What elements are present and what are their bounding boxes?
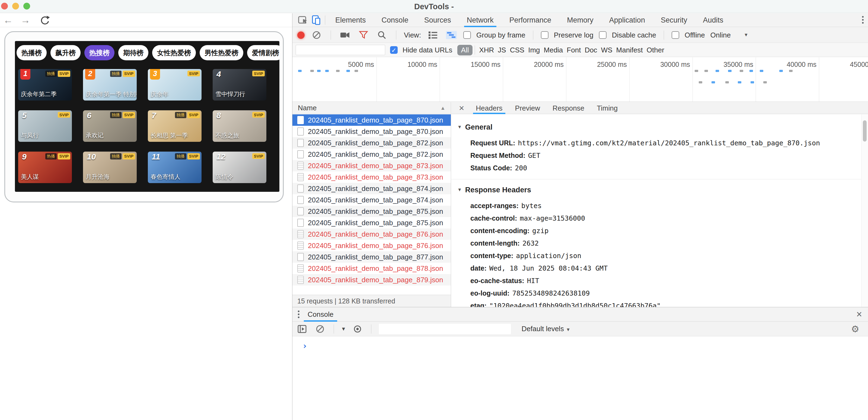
table-row[interactable]: 202405_ranklist_demo_tab_page_876.json [292,228,451,240]
show-console-sidebar-icon[interactable] [296,323,309,335]
table-row[interactable]: 202405_ranklist_demo_tab_page_875.json [292,217,451,228]
filter-type-manifest[interactable]: Manifest [616,46,643,54]
tab-network[interactable]: Network [467,13,494,27]
requests-column-header[interactable]: Name ▲ [292,102,451,114]
forward-icon[interactable]: → [21,15,30,25]
toggle-device-toolbar-icon[interactable] [310,14,323,26]
group-by-frame-checkbox[interactable] [463,31,471,39]
drawer-menu-icon[interactable] [298,310,300,318]
tab-security[interactable]: Security [661,13,687,27]
tab-console[interactable]: Console [382,13,408,27]
details-tab-headers[interactable]: Headers [476,102,502,114]
screenshot-capture-icon[interactable] [339,29,351,41]
disable-cache-checkbox[interactable] [599,31,607,39]
details-tab-timing[interactable]: Timing [597,102,618,114]
table-row[interactable]: 202405_ranklist_demo_tab_page_873.json [292,160,451,171]
app-tab-飙升榜[interactable]: 飙升榜 [51,45,81,60]
table-row[interactable]: 202405_ranklist_demo_tab_page_876.json [292,240,451,251]
clear-console-icon[interactable] [314,323,327,335]
video-thumbnail[interactable]: 7独播SVIP长相思 第一季 [148,110,202,142]
general-section-title[interactable]: ▼General [457,123,861,132]
details-tab-preview[interactable]: Preview [515,102,540,114]
app-tab-爱情剧榜[interactable]: 爱情剧榜 [247,45,279,60]
table-row[interactable]: 202405_ranklist_demo_tab_page_872.json [292,149,451,160]
filter-input[interactable] [296,45,385,55]
table-row[interactable]: 202405_ranklist_demo_tab_page_874.json [292,194,451,206]
create-live-expression-icon[interactable] [351,323,364,335]
video-thumbnail[interactable]: 9热播SVIP美人谋 [18,151,72,183]
tab-console-drawer[interactable]: Console [307,307,335,321]
video-thumbnail[interactable]: 8SVIP不惑之旅 [213,110,267,142]
tab-performance[interactable]: Performance [509,13,552,27]
badges: 独播SVIP [45,71,70,77]
filter-type-media[interactable]: Media [544,46,563,54]
filter-type-css[interactable]: CSS [510,46,524,54]
response-headers-section-title[interactable]: ▼Response Headers [457,186,861,194]
close-details-icon[interactable]: × [459,104,464,112]
context-selector-chevron-icon[interactable]: ▼ [341,326,346,332]
log-levels-select[interactable]: Default levels ▼ [522,325,570,333]
video-thumbnail[interactable]: 5SVIP与凤行 [18,110,72,142]
video-thumbnail[interactable]: 10独播SVIP月升沧海 [83,151,137,183]
filter-type-xhr[interactable]: XHR [479,46,494,54]
search-icon[interactable] [375,29,389,41]
app-tab-热搜榜[interactable]: 热搜榜 [84,45,115,60]
filter-type-other[interactable]: Other [647,46,664,54]
more-options-icon[interactable] [862,16,864,24]
show-overview-waterfall-icon[interactable] [445,29,458,41]
video-thumbnail[interactable]: 2独播SVIP庆余年第一季 特别版 [83,69,137,101]
table-row[interactable]: 202405_ranklist_demo_tab_page_875.json [292,206,451,217]
table-row[interactable]: 202405_ranklist_demo_tab_page_873.json [292,171,451,183]
table-row[interactable]: 202405_ranklist_demo_tab_page_870.json [292,114,451,126]
details-scrollbar[interactable] [861,114,868,307]
video-thumbnail[interactable]: 11独播SVIP春色寄情人 [148,151,202,183]
filter-type-all[interactable]: All [457,45,473,55]
table-row[interactable]: 202405_ranklist_demo_tab_page_878.json [292,263,451,274]
table-row[interactable]: 202405_ranklist_demo_tab_page_877.json [292,251,451,263]
preserve-log-checkbox[interactable] [541,31,549,39]
console-settings-gear-icon[interactable]: ⚙ [851,324,859,334]
throttling-select[interactable]: Online [710,31,731,39]
video-thumbnail[interactable]: 12SVIP陈情令 [213,151,267,183]
video-thumbnail[interactable]: 1独播SVIP庆余年第二季 [18,69,72,101]
app-tab-期待榜[interactable]: 期待榜 [118,45,148,60]
offline-checkbox[interactable] [672,31,679,39]
table-row[interactable]: 202405_ranklist_demo_tab_page_874.json [292,183,451,194]
scrollbar-thumb[interactable] [863,120,867,142]
details-tab-response[interactable]: Response [553,102,584,114]
filter-icon[interactable] [357,29,370,41]
network-overview-timeline[interactable]: 5000 ms10000 ms15000 ms20000 ms25000 ms3… [292,57,868,102]
clear-network-log-icon[interactable] [310,29,323,41]
table-row[interactable]: 202405_ranklist_demo_tab_page_879.json [292,274,451,285]
video-thumbnail[interactable]: 6独播SVIP承欢记 [83,110,137,142]
back-icon[interactable]: ← [3,15,13,25]
tab-elements[interactable]: Elements [335,13,366,27]
table-row[interactable]: 202405_ranklist_demo_tab_page_872.json [292,137,451,149]
console-filter-input[interactable] [378,323,511,335]
chevron-down-icon[interactable]: ▼ [744,32,748,38]
reload-icon[interactable] [38,14,51,26]
filter-type-img[interactable]: Img [528,46,540,54]
console-prompt[interactable]: › [302,341,307,351]
app-tab-男性热爱榜[interactable]: 男性热爱榜 [199,45,243,60]
inspect-element-icon[interactable] [297,14,310,26]
badges: 独播SVIP [110,153,135,160]
use-large-rows-icon[interactable] [426,29,439,41]
filter-type-doc[interactable]: Doc [585,46,597,54]
hide-data-urls-checkbox[interactable]: ✓ [390,46,398,54]
video-thumbnail[interactable]: 3SVIP庆余年 [148,69,202,101]
filter-type-ws[interactable]: WS [601,46,613,54]
filter-type-js[interactable]: JS [498,46,506,54]
console-body[interactable]: › [292,336,868,351]
app-tab-女性热爱榜[interactable]: 女性热爱榜 [152,45,196,60]
tab-sources[interactable]: Sources [424,13,451,27]
app-tab-热播榜[interactable]: 热播榜 [17,45,46,60]
tab-audits[interactable]: Audits [703,13,723,27]
filter-type-font[interactable]: Font [567,46,581,54]
video-thumbnail[interactable]: 4SVIP雪中悍刀行 [213,69,267,101]
table-row[interactable]: 202405_ranklist_demo_tab_page_870.json [292,126,451,137]
tab-application[interactable]: Application [609,13,645,27]
record-network-log-icon[interactable] [297,31,305,39]
tab-memory[interactable]: Memory [567,13,593,27]
close-drawer-icon[interactable]: × [856,309,862,319]
